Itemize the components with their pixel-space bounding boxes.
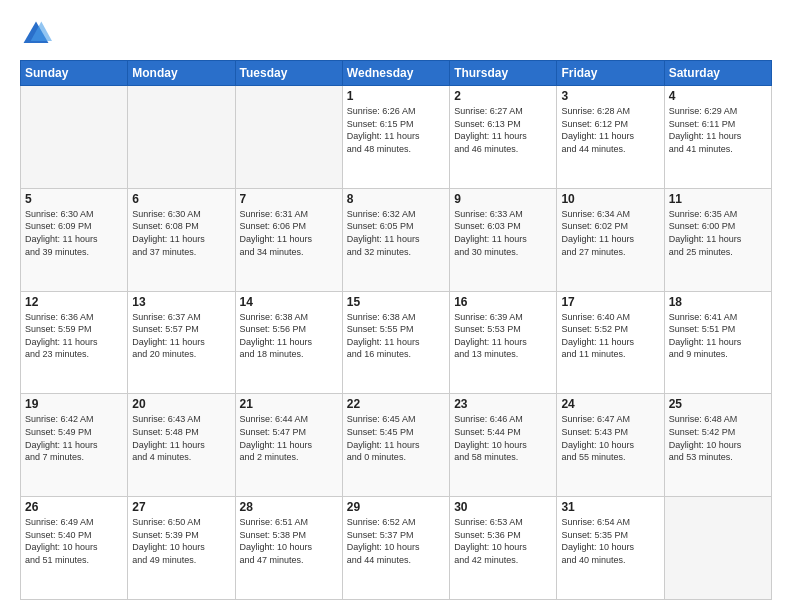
week-row-2: 5Sunrise: 6:30 AMSunset: 6:09 PMDaylight… bbox=[21, 188, 772, 291]
calendar-cell: 10Sunrise: 6:34 AMSunset: 6:02 PMDayligh… bbox=[557, 188, 664, 291]
weekday-header-tuesday: Tuesday bbox=[235, 61, 342, 86]
day-info: Sunrise: 6:48 AMSunset: 5:42 PMDaylight:… bbox=[669, 413, 767, 463]
day-number: 24 bbox=[561, 397, 659, 411]
day-number: 25 bbox=[669, 397, 767, 411]
day-info: Sunrise: 6:36 AMSunset: 5:59 PMDaylight:… bbox=[25, 311, 123, 361]
day-number: 26 bbox=[25, 500, 123, 514]
calendar-cell: 21Sunrise: 6:44 AMSunset: 5:47 PMDayligh… bbox=[235, 394, 342, 497]
week-row-5: 26Sunrise: 6:49 AMSunset: 5:40 PMDayligh… bbox=[21, 497, 772, 600]
calendar-cell: 19Sunrise: 6:42 AMSunset: 5:49 PMDayligh… bbox=[21, 394, 128, 497]
day-number: 28 bbox=[240, 500, 338, 514]
day-info: Sunrise: 6:27 AMSunset: 6:13 PMDaylight:… bbox=[454, 105, 552, 155]
day-info: Sunrise: 6:43 AMSunset: 5:48 PMDaylight:… bbox=[132, 413, 230, 463]
calendar-cell: 27Sunrise: 6:50 AMSunset: 5:39 PMDayligh… bbox=[128, 497, 235, 600]
calendar-cell: 28Sunrise: 6:51 AMSunset: 5:38 PMDayligh… bbox=[235, 497, 342, 600]
day-info: Sunrise: 6:39 AMSunset: 5:53 PMDaylight:… bbox=[454, 311, 552, 361]
calendar-cell: 20Sunrise: 6:43 AMSunset: 5:48 PMDayligh… bbox=[128, 394, 235, 497]
day-info: Sunrise: 6:45 AMSunset: 5:45 PMDaylight:… bbox=[347, 413, 445, 463]
calendar-cell: 18Sunrise: 6:41 AMSunset: 5:51 PMDayligh… bbox=[664, 291, 771, 394]
day-number: 10 bbox=[561, 192, 659, 206]
calendar-cell: 11Sunrise: 6:35 AMSunset: 6:00 PMDayligh… bbox=[664, 188, 771, 291]
day-number: 19 bbox=[25, 397, 123, 411]
day-number: 15 bbox=[347, 295, 445, 309]
calendar-cell: 6Sunrise: 6:30 AMSunset: 6:08 PMDaylight… bbox=[128, 188, 235, 291]
calendar-cell: 5Sunrise: 6:30 AMSunset: 6:09 PMDaylight… bbox=[21, 188, 128, 291]
calendar-cell: 1Sunrise: 6:26 AMSunset: 6:15 PMDaylight… bbox=[342, 86, 449, 189]
calendar-cell: 4Sunrise: 6:29 AMSunset: 6:11 PMDaylight… bbox=[664, 86, 771, 189]
page: SundayMondayTuesdayWednesdayThursdayFrid… bbox=[0, 0, 792, 612]
calendar-cell bbox=[664, 497, 771, 600]
day-number: 11 bbox=[669, 192, 767, 206]
day-info: Sunrise: 6:42 AMSunset: 5:49 PMDaylight:… bbox=[25, 413, 123, 463]
calendar-cell: 16Sunrise: 6:39 AMSunset: 5:53 PMDayligh… bbox=[450, 291, 557, 394]
day-number: 30 bbox=[454, 500, 552, 514]
day-info: Sunrise: 6:26 AMSunset: 6:15 PMDaylight:… bbox=[347, 105, 445, 155]
day-info: Sunrise: 6:29 AMSunset: 6:11 PMDaylight:… bbox=[669, 105, 767, 155]
day-info: Sunrise: 6:46 AMSunset: 5:44 PMDaylight:… bbox=[454, 413, 552, 463]
day-number: 6 bbox=[132, 192, 230, 206]
calendar-cell: 9Sunrise: 6:33 AMSunset: 6:03 PMDaylight… bbox=[450, 188, 557, 291]
day-number: 23 bbox=[454, 397, 552, 411]
header bbox=[20, 18, 772, 50]
day-info: Sunrise: 6:52 AMSunset: 5:37 PMDaylight:… bbox=[347, 516, 445, 566]
day-info: Sunrise: 6:30 AMSunset: 6:09 PMDaylight:… bbox=[25, 208, 123, 258]
day-info: Sunrise: 6:44 AMSunset: 5:47 PMDaylight:… bbox=[240, 413, 338, 463]
calendar-cell: 17Sunrise: 6:40 AMSunset: 5:52 PMDayligh… bbox=[557, 291, 664, 394]
calendar-cell bbox=[128, 86, 235, 189]
day-info: Sunrise: 6:40 AMSunset: 5:52 PMDaylight:… bbox=[561, 311, 659, 361]
calendar-cell: 24Sunrise: 6:47 AMSunset: 5:43 PMDayligh… bbox=[557, 394, 664, 497]
day-info: Sunrise: 6:54 AMSunset: 5:35 PMDaylight:… bbox=[561, 516, 659, 566]
day-number: 27 bbox=[132, 500, 230, 514]
week-row-1: 1Sunrise: 6:26 AMSunset: 6:15 PMDaylight… bbox=[21, 86, 772, 189]
calendar-cell bbox=[235, 86, 342, 189]
weekday-header-wednesday: Wednesday bbox=[342, 61, 449, 86]
day-info: Sunrise: 6:30 AMSunset: 6:08 PMDaylight:… bbox=[132, 208, 230, 258]
day-number: 2 bbox=[454, 89, 552, 103]
weekday-header-sunday: Sunday bbox=[21, 61, 128, 86]
day-info: Sunrise: 6:28 AMSunset: 6:12 PMDaylight:… bbox=[561, 105, 659, 155]
day-number: 3 bbox=[561, 89, 659, 103]
calendar-cell: 14Sunrise: 6:38 AMSunset: 5:56 PMDayligh… bbox=[235, 291, 342, 394]
week-row-4: 19Sunrise: 6:42 AMSunset: 5:49 PMDayligh… bbox=[21, 394, 772, 497]
day-info: Sunrise: 6:47 AMSunset: 5:43 PMDaylight:… bbox=[561, 413, 659, 463]
calendar-cell: 13Sunrise: 6:37 AMSunset: 5:57 PMDayligh… bbox=[128, 291, 235, 394]
weekday-header-monday: Monday bbox=[128, 61, 235, 86]
week-row-3: 12Sunrise: 6:36 AMSunset: 5:59 PMDayligh… bbox=[21, 291, 772, 394]
day-info: Sunrise: 6:51 AMSunset: 5:38 PMDaylight:… bbox=[240, 516, 338, 566]
weekday-header-thursday: Thursday bbox=[450, 61, 557, 86]
day-info: Sunrise: 6:34 AMSunset: 6:02 PMDaylight:… bbox=[561, 208, 659, 258]
day-number: 4 bbox=[669, 89, 767, 103]
day-info: Sunrise: 6:33 AMSunset: 6:03 PMDaylight:… bbox=[454, 208, 552, 258]
day-number: 14 bbox=[240, 295, 338, 309]
logo-icon bbox=[20, 18, 52, 50]
day-number: 17 bbox=[561, 295, 659, 309]
day-number: 8 bbox=[347, 192, 445, 206]
day-info: Sunrise: 6:50 AMSunset: 5:39 PMDaylight:… bbox=[132, 516, 230, 566]
day-number: 21 bbox=[240, 397, 338, 411]
day-info: Sunrise: 6:31 AMSunset: 6:06 PMDaylight:… bbox=[240, 208, 338, 258]
day-number: 1 bbox=[347, 89, 445, 103]
weekday-header-row: SundayMondayTuesdayWednesdayThursdayFrid… bbox=[21, 61, 772, 86]
day-number: 5 bbox=[25, 192, 123, 206]
day-number: 29 bbox=[347, 500, 445, 514]
calendar-cell: 31Sunrise: 6:54 AMSunset: 5:35 PMDayligh… bbox=[557, 497, 664, 600]
day-number: 9 bbox=[454, 192, 552, 206]
day-number: 7 bbox=[240, 192, 338, 206]
day-info: Sunrise: 6:38 AMSunset: 5:55 PMDaylight:… bbox=[347, 311, 445, 361]
calendar-table: SundayMondayTuesdayWednesdayThursdayFrid… bbox=[20, 60, 772, 600]
day-info: Sunrise: 6:37 AMSunset: 5:57 PMDaylight:… bbox=[132, 311, 230, 361]
logo bbox=[20, 18, 56, 50]
calendar-cell: 23Sunrise: 6:46 AMSunset: 5:44 PMDayligh… bbox=[450, 394, 557, 497]
calendar-cell: 29Sunrise: 6:52 AMSunset: 5:37 PMDayligh… bbox=[342, 497, 449, 600]
calendar-cell: 12Sunrise: 6:36 AMSunset: 5:59 PMDayligh… bbox=[21, 291, 128, 394]
day-number: 20 bbox=[132, 397, 230, 411]
day-info: Sunrise: 6:49 AMSunset: 5:40 PMDaylight:… bbox=[25, 516, 123, 566]
calendar-cell: 26Sunrise: 6:49 AMSunset: 5:40 PMDayligh… bbox=[21, 497, 128, 600]
day-info: Sunrise: 6:38 AMSunset: 5:56 PMDaylight:… bbox=[240, 311, 338, 361]
day-number: 22 bbox=[347, 397, 445, 411]
day-info: Sunrise: 6:41 AMSunset: 5:51 PMDaylight:… bbox=[669, 311, 767, 361]
day-info: Sunrise: 6:35 AMSunset: 6:00 PMDaylight:… bbox=[669, 208, 767, 258]
day-number: 12 bbox=[25, 295, 123, 309]
day-number: 16 bbox=[454, 295, 552, 309]
calendar-cell: 2Sunrise: 6:27 AMSunset: 6:13 PMDaylight… bbox=[450, 86, 557, 189]
